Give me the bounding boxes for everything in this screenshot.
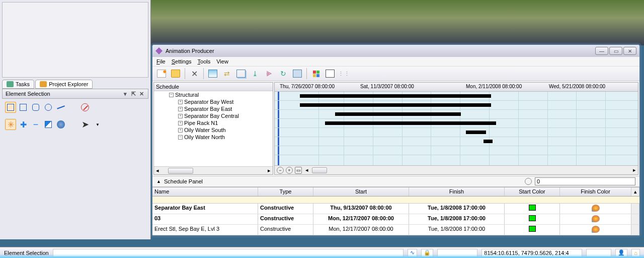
- zoom-out-icon[interactable]: −: [277, 167, 284, 174]
- expand-icon[interactable]: +: [178, 121, 183, 125]
- menu-tools[interactable]: Tools: [198, 58, 211, 64]
- tab-tasks[interactable]: Tasks: [2, 80, 34, 89]
- panel-title: Element Selection: [6, 91, 50, 97]
- gantt-bar[interactable]: [300, 94, 491, 98]
- 3d-viewport[interactable]: [151, 0, 644, 45]
- tree-node[interactable]: +Separator Bay West: [169, 98, 273, 105]
- settings-button[interactable]: [291, 68, 303, 80]
- menu-view[interactable]: View: [216, 58, 228, 64]
- menu-bar: File Settings Tools View: [152, 57, 639, 67]
- tree-node[interactable]: +Separator Bay East: [169, 105, 273, 112]
- toolbar: ✸ ✕ ⇄ ⤓ ⫸ ↻ ⋮⋮: [152, 67, 639, 81]
- expand-icon[interactable]: +: [178, 107, 183, 111]
- table-row[interactable]: Separator Bay EastConstructiveThu, 9/13/…: [152, 204, 639, 214]
- close-button[interactable]: ✕: [623, 47, 636, 55]
- tab-project-explorer[interactable]: Project Explorer: [35, 80, 93, 89]
- table-row[interactable]: 03ConstructiveMon, 12/17/2007 08:00:00Tu…: [152, 214, 639, 225]
- tree-body: − Structural +Separator Bay West +Separa…: [154, 91, 273, 166]
- tree-node[interactable]: −Oily Water North: [169, 134, 273, 141]
- expand-icon[interactable]: +: [178, 128, 183, 133]
- col-start-color[interactable]: Start Color: [505, 187, 560, 196]
- delete-button[interactable]: ✕: [188, 68, 200, 80]
- timeline-button[interactable]: ⫸: [263, 68, 275, 80]
- maximize-button[interactable]: ▭: [609, 47, 622, 55]
- export-button[interactable]: ⤓: [249, 68, 261, 80]
- scroll-thumb[interactable]: [168, 168, 193, 174]
- host-left-panel: Tasks Project Explorer Element Selection…: [0, 0, 151, 239]
- table-row[interactable]: Erect Stl, Sep Bay E, Lvl 3ConstructiveM…: [152, 225, 639, 235]
- window-titlebar[interactable]: Animation Producer — ▭ ✕: [152, 45, 639, 57]
- tree-node[interactable]: +Pipe Rack N1: [169, 119, 273, 126]
- collapse-icon[interactable]: −: [178, 135, 183, 140]
- grid-dots-button[interactable]: ⋮⋮: [338, 68, 350, 80]
- tree-node[interactable]: +Oily Water South: [169, 126, 273, 134]
- open-file-button[interactable]: [170, 68, 182, 80]
- link-button[interactable]: ⇄: [221, 68, 233, 80]
- close-icon[interactable]: ✕: [138, 90, 145, 97]
- col-finish[interactable]: Finish: [409, 187, 505, 196]
- palette-icon: [592, 215, 600, 222]
- add-selection-tool[interactable]: ✚: [18, 119, 29, 130]
- selection-tools-row2: ✳ ✚ − ➤ ▼: [0, 116, 150, 133]
- col-finish-color[interactable]: Finish Color: [560, 187, 631, 196]
- gantt-timeline-header: Thu, 7/26/2007 08:00:00 Sat, 11/3/2007 0…: [275, 83, 638, 92]
- new-file-button[interactable]: ✸: [155, 68, 168, 80]
- select-box-tool[interactable]: [18, 102, 29, 113]
- time-input[interactable]: [535, 177, 635, 185]
- pin-icon[interactable]: ▾: [122, 90, 129, 97]
- expand-icon[interactable]: +: [178, 114, 183, 118]
- gantt-scroll-thumb[interactable]: [312, 167, 327, 173]
- unpin-icon[interactable]: ⇱: [130, 90, 137, 97]
- expand-icon[interactable]: +: [178, 100, 183, 104]
- gantt-bar[interactable]: [466, 131, 486, 134]
- window-title: Animation Producer: [166, 48, 214, 54]
- palette-icon: [592, 205, 600, 212]
- select-element-tool[interactable]: [5, 102, 16, 113]
- tree-root[interactable]: − Structural: [169, 91, 273, 98]
- gantt-bar[interactable]: [484, 140, 493, 143]
- gantt-chart[interactable]: Thu, 7/26/2007 08:00:00 Sat, 11/3/2007 0…: [274, 82, 638, 175]
- timeline-date: Sat, 11/3/2007 08:00:00: [360, 84, 414, 89]
- collapse-triangle-icon[interactable]: ▲: [156, 179, 161, 184]
- selection-tools-row1: [0, 99, 150, 116]
- gantt-bar[interactable]: [300, 103, 491, 107]
- refresh-button[interactable]: ↻: [277, 68, 289, 80]
- clock-icon: [525, 178, 532, 185]
- fit-icon[interactable]: ▭: [295, 167, 302, 174]
- schedule-tree: Schedule − Structural +Separator Bay Wes…: [153, 82, 273, 175]
- color-grid-button[interactable]: [310, 68, 322, 80]
- gantt-bar[interactable]: [335, 112, 461, 116]
- project-explorer-icon: [40, 81, 47, 87]
- minimize-button[interactable]: —: [595, 47, 608, 55]
- select-oval-tool[interactable]: [43, 102, 54, 113]
- grid-spacer: [152, 197, 639, 204]
- globe-tool[interactable]: [55, 119, 66, 130]
- script-button[interactable]: [207, 68, 219, 80]
- dropdown-arrow[interactable]: ▼: [92, 119, 103, 130]
- animation-producer-window: Animation Producer — ▭ ✕ File Settings T…: [152, 44, 640, 236]
- gantt-bar[interactable]: [325, 121, 496, 125]
- disable-tool[interactable]: [79, 102, 91, 113]
- preview-button[interactable]: [324, 68, 336, 80]
- invert-selection-tool[interactable]: [43, 119, 54, 130]
- pointer-tool[interactable]: ➤: [79, 119, 91, 130]
- tree-root-label: Structural: [175, 92, 199, 98]
- select-rounded-tool[interactable]: [30, 102, 41, 113]
- col-start[interactable]: Start: [313, 187, 409, 196]
- col-name[interactable]: Name: [152, 187, 258, 196]
- menu-settings[interactable]: Settings: [172, 58, 192, 64]
- tree-hscroll[interactable]: ◂ ▸: [154, 166, 273, 174]
- zoom-in-icon[interactable]: +: [286, 167, 293, 174]
- scroll-up-icon[interactable]: ▴: [631, 187, 639, 196]
- tree-node[interactable]: +Separator Bay Central: [169, 112, 273, 119]
- collapse-icon[interactable]: −: [169, 93, 174, 97]
- timeline-date: Thu, 7/26/2007 08:00:00: [280, 84, 335, 89]
- select-line-tool[interactable]: [55, 102, 66, 113]
- menu-file[interactable]: File: [156, 58, 166, 64]
- cascade-button[interactable]: [235, 68, 247, 80]
- subtract-selection-tool[interactable]: −: [30, 119, 41, 130]
- col-type[interactable]: Type: [258, 187, 313, 196]
- select-crosshair-tool[interactable]: ✳: [5, 119, 16, 130]
- grid-header: Name Type Start Finish Start Color Finis…: [152, 187, 639, 197]
- tree-header[interactable]: Schedule: [154, 83, 273, 91]
